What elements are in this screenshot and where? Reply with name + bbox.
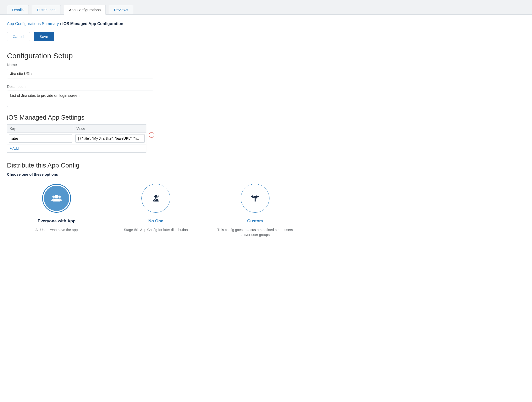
settings-header-value: Value [74,125,146,133]
tab-details[interactable]: Details [7,5,29,14]
svg-point-2 [58,196,61,198]
settings-key-input[interactable] [9,134,72,143]
svg-point-0 [55,195,58,198]
tab-app-configurations[interactable]: App Configurations [64,5,106,15]
option-noone[interactable]: No One Stage this App Config for later d… [106,184,205,237]
add-link[interactable]: + Add [10,146,19,150]
table-row [7,133,146,144]
heading-configuration-setup: Configuration Setup [7,52,525,60]
option-everyone-circle [42,184,71,213]
breadcrumb-summary-link[interactable]: App Configurations Summary [7,22,59,26]
heading-distribute: Distribute this App Config [7,162,525,169]
option-everyone[interactable]: Everyone with App All Users who have the… [7,184,106,237]
distribute-options: Everyone with App All Users who have the… [7,184,305,237]
add-row: + Add [7,144,146,153]
save-button[interactable]: Save [34,32,54,41]
remove-row-icon[interactable] [149,132,154,138]
option-everyone-title: Everyone with App [38,219,75,224]
breadcrumb-separator: › [60,22,61,26]
distribute-subtitle: Choose one of these options [7,172,525,176]
settings-row: Key Value + Add [7,124,166,153]
tab-bar: Details Distribution App Configurations … [0,0,532,15]
tab-distribution[interactable]: Distribution [32,5,61,14]
field-name: Name [7,63,525,78]
svg-point-1 [52,196,55,198]
breadcrumb-current: iOS Managed App Configuration [62,22,123,26]
name-input[interactable] [7,69,153,78]
action-buttons: Cancel Save [7,32,525,41]
option-custom-circle [241,184,269,213]
users-icon [51,194,62,202]
tab-reviews[interactable]: Reviews [109,5,133,14]
settings-header-key: Key [7,125,74,133]
option-noone-circle [141,184,170,213]
user-slash-icon [152,195,160,202]
cancel-button[interactable]: Cancel [7,32,30,41]
heading-ios-settings: iOS Managed App Settings [7,114,525,121]
option-noone-desc: Stage this App Config for later distribu… [124,228,188,233]
breadcrumb: App Configurations Summary › iOS Managed… [7,22,525,26]
option-everyone-desc: All Users who have the app [35,228,78,233]
content-area: App Configurations Summary › iOS Managed… [0,15,532,244]
arrows-split-icon [250,195,261,202]
option-custom[interactable]: Custom This config goes to a custom defi… [205,184,305,237]
name-label: Name [7,63,525,67]
settings-value-input[interactable] [75,134,145,143]
option-noone-title: No One [148,219,163,224]
settings-table: Key Value + Add [7,124,146,153]
distribute-section: Distribute this App Config Choose one of… [7,162,525,237]
description-input[interactable] [7,91,153,107]
option-custom-desc: This config goes to a custom defined set… [213,228,297,237]
option-custom-title: Custom [247,219,263,224]
description-label: Description [7,84,525,89]
svg-rect-6 [255,197,256,201]
field-description: Description [7,84,525,108]
